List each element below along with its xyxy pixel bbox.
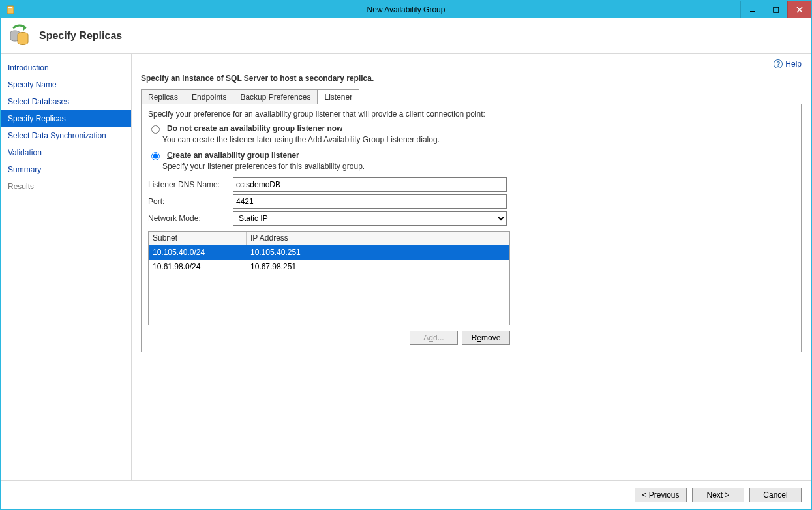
- svg-rect-2: [750, 11, 755, 12]
- nav-select-data-sync[interactable]: Select Data Synchronization: [1, 127, 131, 144]
- nav-validation[interactable]: Validation: [1, 144, 131, 161]
- wizard-body: Introduction Specify Name Select Databas…: [1, 54, 811, 480]
- radio-no-listener[interactable]: [151, 125, 160, 134]
- svg-rect-1: [8, 7, 12, 8]
- cell-ip: 10.67.98.251: [247, 261, 509, 273]
- col-subnet[interactable]: Subnet: [149, 232, 247, 245]
- tab-strip: Replicas Endpoints Backup Preferences Li…: [141, 89, 802, 104]
- app-icon: [5, 5, 16, 15]
- wizard-header: Specify Replicas: [1, 18, 811, 54]
- dns-input[interactable]: [233, 177, 507, 192]
- cell-ip: 10.105.40.251: [247, 247, 509, 258]
- window-title: New Availability Group: [1, 5, 811, 14]
- mode-select[interactable]: Static IP: [233, 211, 507, 226]
- help-icon: ?: [774, 59, 783, 68]
- nav-results: Results: [1, 178, 131, 195]
- wizard-footer: < Previous Next > Cancel: [1, 480, 811, 509]
- tab-endpoints[interactable]: Endpoints: [185, 89, 233, 104]
- cancel-button[interactable]: Cancel: [749, 488, 802, 502]
- grid-buttons: Add... Remove: [148, 331, 510, 345]
- nav-specify-replicas[interactable]: Specify Replicas: [1, 110, 131, 127]
- help-label: Help: [785, 59, 802, 68]
- port-label: Port:: [148, 197, 233, 206]
- ip-grid-body: 10.105.40.0/24 10.105.40.251 10.61.98.0/…: [149, 245, 509, 325]
- previous-button[interactable]: < Previous: [635, 488, 687, 502]
- radio-create-listener[interactable]: [151, 152, 160, 160]
- radio-no-listener-row: Do not create an availability group list…: [148, 124, 794, 134]
- nav-summary[interactable]: Summary: [1, 161, 131, 178]
- svg-rect-3: [774, 7, 779, 12]
- next-button[interactable]: Next >: [692, 488, 744, 502]
- sidebar: Introduction Specify Name Select Databas…: [1, 54, 132, 480]
- nav-select-databases[interactable]: Select Databases: [1, 93, 131, 110]
- nav-introduction[interactable]: Introduction: [1, 59, 131, 76]
- tab-backup-preferences[interactable]: Backup Preferences: [233, 89, 318, 104]
- window-buttons: [740, 1, 811, 18]
- grid-row[interactable]: 10.105.40.0/24 10.105.40.251: [149, 245, 509, 260]
- wizard-window: New Availability Group Specify Replicas …: [0, 0, 812, 510]
- port-input[interactable]: [233, 194, 507, 209]
- nav-specify-name[interactable]: Specify Name: [1, 76, 131, 93]
- listener-description: Specify your preference for an availabil…: [148, 110, 794, 119]
- close-button[interactable]: [787, 1, 811, 18]
- svg-rect-0: [7, 6, 14, 14]
- tab-replicas[interactable]: Replicas: [141, 89, 185, 104]
- dns-row: Listener DNS Name:: [148, 177, 794, 192]
- col-ipaddress[interactable]: IP Address: [247, 232, 509, 245]
- maximize-button[interactable]: [764, 1, 787, 18]
- ip-grid-header: Subnet IP Address: [149, 232, 509, 245]
- tab-listener[interactable]: Listener: [317, 89, 359, 104]
- mode-label: Network Mode:: [148, 214, 233, 223]
- minimize-button[interactable]: [740, 1, 764, 18]
- radio-no-listener-sub: You can create the listener later using …: [162, 135, 794, 144]
- radio-create-listener-row: Create an availability group listener: [148, 151, 794, 160]
- grid-row[interactable]: 10.61.98.0/24 10.67.98.251: [149, 260, 509, 274]
- radio-create-listener-sub: Specify your listener preferences for th…: [162, 162, 794, 171]
- remove-ip-button[interactable]: Remove: [462, 331, 510, 345]
- main-panel: ? Help Specify an instance of SQL Server…: [132, 54, 811, 480]
- titlebar: New Availability Group: [1, 1, 811, 18]
- page-title: Specify Replicas: [39, 30, 122, 42]
- database-icon: [8, 24, 31, 48]
- cell-subnet: 10.105.40.0/24: [149, 247, 247, 258]
- instruction-text: Specify an instance of SQL Server to hos…: [141, 74, 802, 83]
- mode-row: Network Mode: Static IP: [148, 211, 794, 226]
- cell-subnet: 10.61.98.0/24: [149, 261, 247, 273]
- add-ip-button: Add...: [410, 331, 458, 345]
- listener-tabpanel: Specify your preference for an availabil…: [141, 104, 802, 352]
- radio-no-listener-label: Do not create an availability group list…: [167, 124, 342, 133]
- dns-label: Listener DNS Name:: [148, 180, 233, 189]
- port-row: Port:: [148, 194, 794, 209]
- radio-create-listener-label: Create an availability group listener: [167, 151, 299, 160]
- help-link[interactable]: ? Help: [774, 59, 802, 68]
- ip-grid: Subnet IP Address 10.105.40.0/24 10.105.…: [148, 231, 510, 325]
